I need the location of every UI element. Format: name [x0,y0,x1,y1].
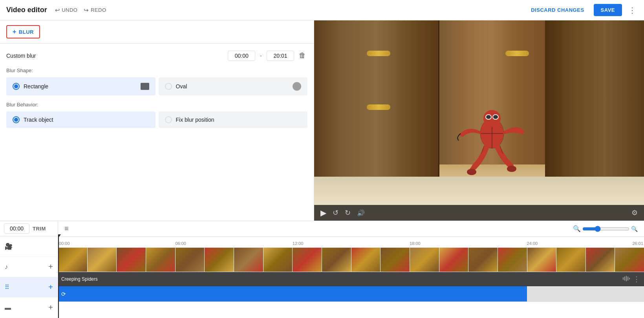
redo-button[interactable]: ↪ REDO [84,7,106,14]
camera-icon: 🎥 [5,243,13,250]
ruler-mark-2: 12:00 [293,241,304,246]
rewind-icon: ↺ [333,209,338,217]
timeline-top-left: ≡ [64,225,69,233]
plus-icon: + [13,28,16,35]
forward-button[interactable]: ↻ [345,208,351,217]
audio-track: Creeping Spiders ⋮ [58,272,644,286]
shape-options: Rectangle Oval [6,77,307,95]
shape-oval-left: Oval [165,83,187,90]
track-object-option[interactable]: Track object [6,111,156,128]
hamburger-icon: ≡ [64,225,69,233]
svg-point-9 [467,169,476,175]
video-thumbnail-track [58,248,644,272]
svg-rect-11 [623,277,624,280]
svg-rect-13 [626,276,627,281]
timeline-sidebar: TRIM 🎥 ♪ + ⠿ + ▬ + [0,221,58,318]
zoom-slider[interactable] [582,226,629,232]
rewind-button[interactable]: ↺ [333,208,338,217]
blur-item: Custom blur - 🗑 Blur Shape: [0,44,314,137]
blur-track-icon: ⟳ [61,291,66,297]
add-effect-button[interactable]: + [48,283,53,292]
rectangle-label: Rectangle [24,83,48,90]
bottom-timeline: TRIM 🎥 ♪ + ⠿ + ▬ + [0,221,644,318]
page-title: Video editor [6,6,47,14]
discard-changes-button[interactable]: DISCARD CHANGES [526,4,589,16]
grid-icon: ⠿ [5,283,9,291]
undo-button[interactable]: ↩ UNDO [55,7,78,14]
header-left: Video editor ↩ UNDO ↪ REDO [6,6,106,14]
video-area: ▶ ↺ ↻ 🔊 ⚙ [314,20,644,221]
video-track-row: 🎥 [0,236,58,257]
track-radio [13,116,20,123]
audio-track-row: ♪ + [0,257,58,277]
blur-start-time[interactable] [228,51,255,61]
caption-icon: ▬ [5,304,11,311]
rectangle-icon [141,83,149,90]
svg-point-7 [486,115,491,119]
svg-point-8 [493,115,498,119]
editor-right-panel: ▶ ↺ ↻ 🔊 ⚙ [314,20,644,221]
play-icon: ▶ [320,208,326,217]
add-blur-button[interactable]: + BLUR [6,25,40,38]
blur-item-controls: - 🗑 [228,50,307,61]
timeline-sidebar-rows: 🎥 ♪ + ⠿ + ▬ + [0,236,58,318]
volume-icon: 🔊 [357,210,365,216]
caption-track-row: ▬ + [0,298,58,318]
track-radio-inner [14,118,18,122]
time-separator: - [260,53,262,59]
blur-track: ⟳ [58,286,644,302]
header-right: DISCARD CHANGES SAVE ⋮ [526,4,638,16]
blur-behavior-label: Blur Behavior: [6,102,307,108]
radio-inner [14,84,18,88]
oval-icon [293,82,301,91]
trim-button[interactable]: TRIM [33,226,46,232]
blur-btn-row: + BLUR [0,20,314,44]
header: Video editor ↩ UNDO ↪ REDO DISCARD CHANG… [0,0,644,20]
fix-label: Fix blur position [176,117,214,123]
shape-rectangle-left: Rectangle [13,83,48,90]
svg-point-10 [507,166,516,172]
add-caption-button[interactable]: + [48,303,53,312]
blur-end-time[interactable] [267,51,294,61]
undo-redo-group: ↩ UNDO ↪ REDO [55,7,106,14]
forward-icon: ↻ [345,209,351,217]
tracks-container: Creeping Spiders ⋮ [58,248,644,318]
video-controls-left: ▶ ↺ ↻ 🔊 [320,208,365,217]
video-controls: ▶ ↺ ↻ 🔊 ⚙ [314,205,644,221]
timeline-time-display[interactable] [4,223,29,234]
delete-blur-button[interactable]: 🗑 [297,50,307,61]
ruler-mark-1: 06:00 [175,241,186,246]
audio-more-icon[interactable]: ⋮ [633,275,640,283]
behavior-options: Track object Fix blur position [6,111,307,128]
zoom-controls: 🔍 🔍 [573,225,638,232]
more-options-button[interactable]: ⋮ [627,4,638,16]
shape-oval-option[interactable]: Oval [159,77,308,95]
track-label: Track object [24,117,53,123]
fix-position-option[interactable]: Fix blur position [159,111,308,128]
oval-label: Oval [176,83,187,90]
svg-rect-15 [629,278,630,279]
add-audio-button[interactable]: + [48,262,53,271]
volume-button[interactable]: 🔊 [357,209,365,217]
ruler-mark-4: 24:00 [527,241,538,246]
shape-rectangle-option[interactable]: Rectangle [6,77,156,95]
settings-icon: ⚙ [631,209,638,217]
ruler-mark-3: 18:00 [410,241,421,246]
redo-icon: ↪ [84,7,89,14]
svg-rect-12 [624,276,625,280]
blur-track-active: ⟳ [58,286,527,302]
undo-icon: ↩ [55,7,60,14]
zoom-in-button[interactable]: 🔍 [631,226,638,232]
zoom-out-button[interactable]: 🔍 [573,225,581,232]
play-button[interactable]: ▶ [320,208,326,217]
fix-radio [165,116,172,123]
blur-item-title: Custom blur [6,53,36,59]
undo-label: UNDO [62,7,77,13]
blur-button-label: BLUR [19,29,34,35]
blur-shape-label: Blur Shape: [6,68,307,73]
timeline-ruler: 00:00 06:00 12:00 18:00 24:00 26:01 [58,237,644,248]
rectangle-radio [13,83,20,90]
save-button[interactable]: SAVE [594,4,622,16]
settings-button[interactable]: ⚙ [631,208,638,217]
music-icon: ♪ [5,263,8,270]
